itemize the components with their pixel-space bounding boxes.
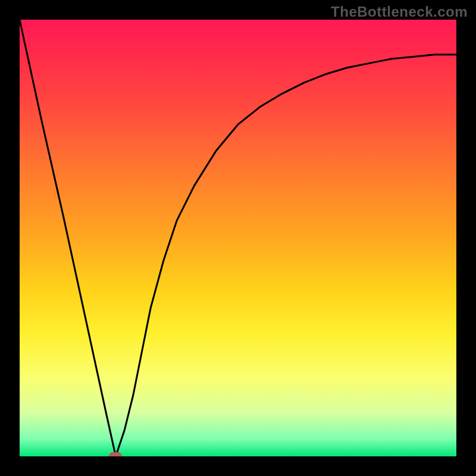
curve-svg xyxy=(20,20,456,456)
min-marker xyxy=(109,452,122,456)
plot-area xyxy=(20,20,456,456)
curve-path xyxy=(20,20,456,456)
chart-frame: TheBottleneck.com xyxy=(0,0,476,476)
watermark-text: TheBottleneck.com xyxy=(331,4,468,20)
